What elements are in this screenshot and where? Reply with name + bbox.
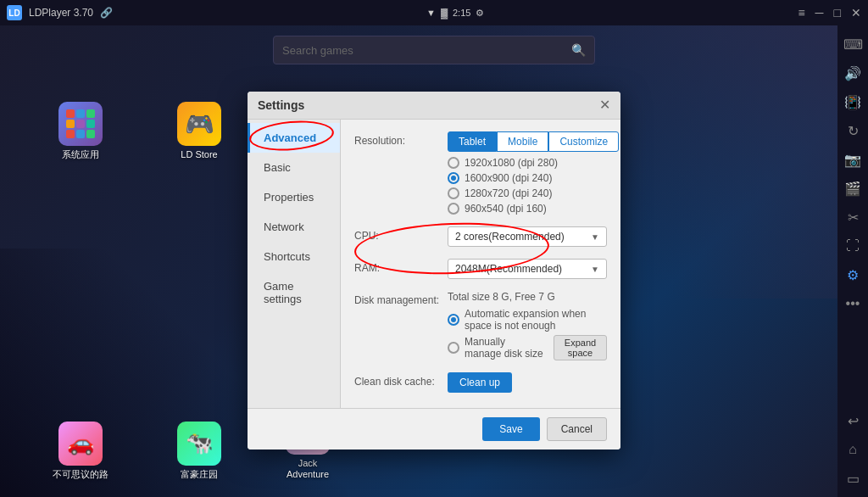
dialog-titlebar: Settings ✕ <box>248 92 620 120</box>
cpu-select[interactable]: 2 cores(Recommended) ▼ <box>448 226 607 247</box>
clean-cache-row: Clean disk cache: Clean up <box>354 372 607 393</box>
search-icon: 🔍 <box>571 43 586 57</box>
nav-item-shortcuts[interactable]: Shortcuts <box>248 242 340 271</box>
search-input[interactable] <box>282 44 565 57</box>
radio-dot-1280 <box>448 187 459 199</box>
disk-radio-manual <box>448 342 459 354</box>
farm-icon-img: 🐄 <box>177 422 221 466</box>
res-tab-mobile[interactable]: Mobile <box>497 131 548 152</box>
clean-up-button[interactable]: Clean up <box>448 372 512 393</box>
radio-dot-960 <box>448 203 459 215</box>
disk-value: Total size 8 G, Free 7 G Automatic expan… <box>448 291 607 360</box>
sidebar-icon-keyboard[interactable]: ⌨ <box>839 31 866 58</box>
res-option-960[interactable]: 960x540 (dpi 160) <box>448 203 619 215</box>
clean-cache-label: Clean disk cache: <box>354 372 448 388</box>
wifi-icon: ▼ <box>426 8 436 18</box>
disk-radio-auto <box>448 314 459 326</box>
ld-store-label: LD Store <box>181 149 217 160</box>
res-label-1600: 1600x900 (dpi 240) <box>465 172 552 184</box>
dialog-body: Advanced Basic Properties Network Shortc… <box>248 120 620 408</box>
cancel-button[interactable]: Cancel <box>547 417 607 441</box>
resolution-value: Tablet Mobile Customize 1920x1080 (dpi 2… <box>448 131 619 215</box>
clock: 2:15 <box>453 8 470 18</box>
road-label: 不可思议的路 <box>53 469 108 480</box>
close-button[interactable]: ✕ <box>851 7 861 19</box>
nav-item-properties[interactable]: Properties <box>248 182 340 212</box>
sidebar-icon-home[interactable]: ⌂ <box>839 436 866 463</box>
dialog-footer: Save Cancel <box>248 408 620 450</box>
save-button[interactable]: Save <box>482 417 539 441</box>
right-sidebar: ⌨ 🔊 📳 ↻ 📷 🎬 ✂ ⛶ ⚙ ••• ↩ ⌂ ▭ <box>837 25 868 497</box>
sidebar-icon-volume[interactable]: 🔊 <box>839 59 866 87</box>
app-title: LDPlayer 3.70 <box>29 7 93 19</box>
settings-dialog: Settings ✕ Advanced Basic Properties Net… <box>248 92 620 450</box>
ram-label: RAM: <box>354 259 448 274</box>
resolution-tabs: Tablet Mobile Customize <box>448 131 619 152</box>
titlebar-extra-icon: 🔗 <box>100 7 113 19</box>
grid-cell <box>66 120 75 128</box>
sidebar-icon-shake[interactable]: 📳 <box>839 88 866 115</box>
dialog-title: Settings <box>258 98 304 112</box>
grid-cell <box>66 109 75 118</box>
farm-label: 富豪庄园 <box>181 469 218 480</box>
desktop-icon-system-app[interactable]: 系统应用 <box>51 102 110 160</box>
grid-cell <box>76 130 85 138</box>
sidebar-icon-scissors[interactable]: ✂ <box>839 204 866 231</box>
system-app-label: 系统应用 <box>62 149 99 160</box>
dialog-nav: Advanced Basic Properties Network Shortc… <box>248 120 341 408</box>
disk-auto-label: Automatic expansion when space is not en… <box>465 308 607 332</box>
sidebar-icon-back[interactable]: ↩ <box>839 407 866 434</box>
ram-value: 2048M(Recommended) ▼ <box>448 259 607 279</box>
disk-manual-label: Manually manage disk size <box>465 336 543 360</box>
disk-option-auto[interactable]: Automatic expansion when space is not en… <box>448 308 607 332</box>
titlebar-controls: ≡ ─ □ ✕ <box>798 7 861 19</box>
disk-row: Disk management: Total size 8 G, Free 7 … <box>354 291 607 360</box>
res-tab-tablet[interactable]: Tablet <box>448 131 497 152</box>
grid-cell <box>76 120 85 128</box>
battery-icon: ▓ <box>441 8 448 18</box>
maximize-button[interactable]: □ <box>834 7 841 19</box>
app-grid <box>66 109 95 138</box>
cpu-row: CPU: 2 cores(Recommended) ▼ <box>354 226 607 247</box>
ld-store-icon-img: 🎮 <box>177 102 221 146</box>
sidebar-icon-settings[interactable]: ⚙ <box>839 261 866 288</box>
expand-space-button[interactable]: Expand space <box>554 335 607 360</box>
sidebar-icon-video[interactable]: 🎬 <box>839 175 866 202</box>
grid-cell <box>86 109 95 118</box>
grid-cell <box>76 109 85 118</box>
res-label-960: 960x540 (dpi 160) <box>465 203 547 215</box>
titlebar-left: LD LDPlayer 3.70 🔗 <box>7 5 113 20</box>
clean-cache-value: Clean up <box>448 372 607 393</box>
radio-dot-1600 <box>448 172 459 184</box>
titlebar-settings-icon[interactable]: ⚙ <box>476 8 484 19</box>
resolution-row: Resolution: Tablet Mobile Customize 1920… <box>354 131 607 215</box>
disk-options: Automatic expansion when space is not en… <box>448 308 607 360</box>
sidebar-icon-fullscreen[interactable]: ⛶ <box>839 232 866 260</box>
sidebar-icon-more[interactable]: ••• <box>839 290 866 317</box>
res-option-1920[interactable]: 1920x1080 (dpi 280) <box>448 157 619 169</box>
nav-item-game-settings[interactable]: Game settings <box>248 271 340 314</box>
cpu-select-value: 2 cores(Recommended) <box>455 231 565 243</box>
ram-select[interactable]: 2048M(Recommended) ▼ <box>448 259 607 279</box>
desktop-icon-ld-store[interactable]: 🎮 LD Store <box>170 102 229 160</box>
sidebar-icon-rotate[interactable]: ↻ <box>839 117 866 144</box>
desktop-icon-road[interactable]: 🚗 不可思议的路 <box>51 422 110 480</box>
sidebar-icon-recent[interactable]: ▭ <box>839 465 866 492</box>
nav-item-network[interactable]: Network <box>248 212 340 242</box>
resolution-label: Resolution: <box>354 131 448 147</box>
disk-option-manual[interactable]: Manually manage disk size Expand space <box>448 335 607 360</box>
res-tab-customize[interactable]: Customize <box>548 131 619 152</box>
ram-select-value: 2048M(Recommended) <box>455 263 562 275</box>
grid-cell <box>66 130 75 138</box>
nav-item-advanced[interactable]: Advanced <box>248 123 340 153</box>
res-option-1280[interactable]: 1280x720 (dpi 240) <box>448 187 619 199</box>
search-bar-container: 🔍 <box>273 36 595 64</box>
minimize-button[interactable]: ─ <box>815 7 824 19</box>
dialog-close-button[interactable]: ✕ <box>599 98 610 112</box>
nav-item-basic[interactable]: Basic <box>248 153 340 182</box>
menu-button[interactable]: ≡ <box>798 7 804 19</box>
desktop-icon-farm[interactable]: 🐄 富豪庄园 <box>170 422 229 480</box>
res-label-1920: 1920x1080 (dpi 280) <box>465 157 558 169</box>
sidebar-icon-screenshot[interactable]: 📷 <box>839 146 866 173</box>
res-option-1600[interactable]: 1600x900 (dpi 240) <box>448 172 619 184</box>
